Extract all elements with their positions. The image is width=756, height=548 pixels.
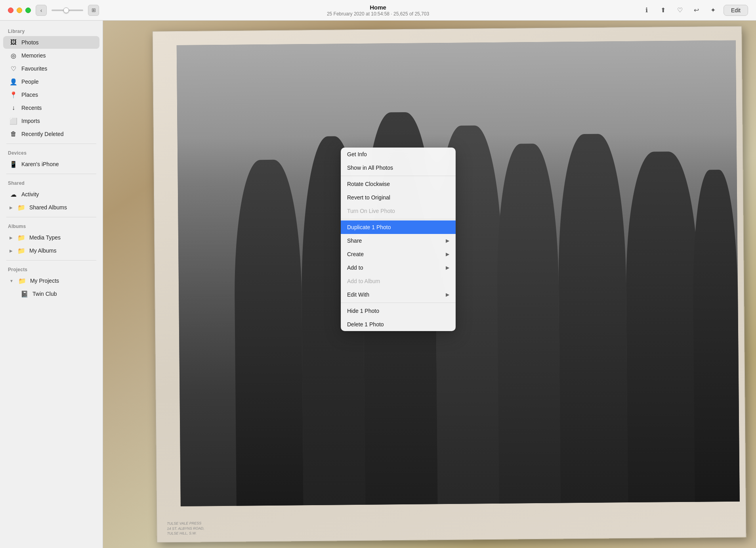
projects-section-label: Projects bbox=[0, 264, 103, 274]
maximize-button[interactable] bbox=[25, 8, 31, 13]
titlebar: ‹ ⊞ Home 25 February 2020 at 10:54:58 · … bbox=[0, 0, 756, 21]
context-menu-sep-3 bbox=[341, 303, 456, 303]
divider-projects bbox=[6, 260, 96, 261]
sidebar-item-karens-iphone[interactable]: 📱 Karen's iPhone bbox=[3, 158, 99, 171]
context-menu-item-add-to[interactable]: Add to ▶ bbox=[341, 261, 456, 274]
sidebar-item-activity[interactable]: ☁ Activity bbox=[3, 188, 99, 201]
recents-icon: ↓ bbox=[10, 104, 17, 112]
context-menu-label-add-to: Add to bbox=[347, 264, 363, 271]
minimize-button[interactable] bbox=[17, 8, 22, 13]
context-menu: Get Info Show in All Photos Rotate Clock… bbox=[341, 148, 456, 331]
context-menu-item-show-in-all-photos[interactable]: Show in All Photos bbox=[341, 161, 456, 174]
media-types-icon: 📁 bbox=[17, 234, 25, 241]
view-mode-button[interactable]: ⊞ bbox=[88, 5, 99, 16]
context-menu-item-hide-1-photo[interactable]: Hide 1 Photo bbox=[341, 304, 456, 318]
magic-wand-button[interactable]: ✦ bbox=[707, 4, 720, 17]
context-menu-item-add-to-album: Add to Album bbox=[341, 274, 456, 288]
sidebar-item-label-activity: Activity bbox=[21, 191, 39, 197]
sidebar-item-memories[interactable]: ◎ Memories bbox=[3, 49, 99, 62]
context-menu-label-hide-1-photo: Hide 1 Photo bbox=[347, 308, 379, 314]
content-area: TULSE VALE PRESS 14 ST. ALBYNS ROAD, TUL… bbox=[103, 21, 756, 548]
sidebar-item-recently-deleted[interactable]: 🗑 Recently Deleted bbox=[3, 128, 99, 140]
share-button[interactable]: ⬆ bbox=[657, 4, 670, 17]
sidebar-item-people[interactable]: 👤 People bbox=[3, 75, 99, 88]
photo-image-area bbox=[177, 40, 740, 506]
sidebar-item-label-twin-club: Twin Club bbox=[32, 291, 57, 297]
sidebar-item-imports[interactable]: ⬜ Imports bbox=[3, 115, 99, 127]
library-section-label: Library bbox=[0, 25, 103, 36]
traffic-lights bbox=[8, 8, 31, 13]
sidebar-item-label-people: People bbox=[21, 79, 39, 85]
my-projects-expand-arrow: ▼ bbox=[10, 279, 13, 283]
sidebar-item-shared-albums[interactable]: ▶ 📁 Shared Albums bbox=[3, 201, 99, 214]
context-menu-item-get-info[interactable]: Get Info bbox=[341, 148, 456, 161]
context-menu-label-turn-on-live-photo: Turn On Live Photo bbox=[347, 208, 395, 214]
context-menu-item-revert-to-original[interactable]: Revert to Original bbox=[341, 191, 456, 204]
rotate-button[interactable]: ↩ bbox=[690, 4, 703, 17]
person-5 bbox=[496, 143, 561, 503]
sidebar-item-label-karens-iphone: Karen's iPhone bbox=[21, 161, 59, 167]
context-menu-item-create[interactable]: Create ▶ bbox=[341, 247, 456, 261]
divider-devices bbox=[6, 144, 96, 144]
media-types-expand-arrow: ▶ bbox=[10, 236, 13, 240]
sidebar-item-twin-club[interactable]: 📓 Twin Club bbox=[3, 287, 99, 300]
share-icon: ⬆ bbox=[661, 6, 666, 14]
context-menu-item-turn-on-live-photo: Turn On Live Photo bbox=[341, 204, 456, 218]
add-to-submenu-arrow: ▶ bbox=[446, 265, 449, 270]
sidebar-item-photos[interactable]: 🖼 Photos bbox=[3, 36, 99, 49]
sidebar-item-places[interactable]: 📍 Places bbox=[3, 88, 99, 101]
iphone-icon: 📱 bbox=[10, 160, 17, 168]
divider-albums bbox=[6, 217, 96, 217]
photos-icon: 🖼 bbox=[10, 38, 17, 46]
sidebar-item-favourites[interactable]: ♡ Favourites bbox=[3, 62, 99, 75]
share-submenu-arrow: ▶ bbox=[446, 238, 449, 243]
shared-albums-expand-arrow: ▶ bbox=[10, 205, 13, 210]
person-1 bbox=[233, 159, 304, 506]
sidebar-item-label-shared-albums: Shared Albums bbox=[29, 204, 67, 211]
person-6 bbox=[557, 134, 628, 503]
sidebar-item-media-types[interactable]: ▶ 📁 Media Types bbox=[3, 231, 99, 244]
window-title: Home bbox=[327, 4, 429, 11]
favourite-button[interactable]: ♡ bbox=[674, 4, 686, 17]
people-icon: 👤 bbox=[10, 78, 17, 86]
context-menu-item-rotate-clockwise[interactable]: Rotate Clockwise bbox=[341, 177, 456, 191]
sidebar: Library 🖼 Photos ◎ Memories ♡ Favourites… bbox=[0, 21, 103, 548]
rotate-icon: ↩ bbox=[694, 6, 699, 14]
context-menu-item-edit-with[interactable]: Edit With ▶ bbox=[341, 288, 456, 301]
zoom-slider-track[interactable] bbox=[52, 10, 83, 11]
context-menu-item-delete-1-photo[interactable]: Delete 1 Photo bbox=[341, 318, 456, 331]
shared-albums-icon: 📁 bbox=[17, 203, 25, 211]
main-layout: Library 🖼 Photos ◎ Memories ♡ Favourites… bbox=[0, 21, 756, 548]
context-menu-label-rotate-clockwise: Rotate Clockwise bbox=[347, 181, 390, 187]
sidebar-item-label-my-albums: My Albums bbox=[29, 247, 56, 254]
context-menu-item-duplicate-1-photo[interactable]: Duplicate 1 Photo bbox=[341, 220, 456, 234]
context-menu-label-show-in-all-photos: Show in All Photos bbox=[347, 165, 393, 171]
my-projects-icon: 📁 bbox=[18, 277, 26, 285]
zoom-slider-thumb[interactable] bbox=[63, 8, 69, 13]
context-menu-sep-2 bbox=[341, 219, 456, 219]
edit-button[interactable]: Edit bbox=[724, 5, 748, 16]
titlebar-left: ‹ ⊞ bbox=[8, 5, 99, 16]
context-menu-label-edit-with: Edit With bbox=[347, 291, 369, 298]
info-button[interactable]: ℹ bbox=[640, 4, 653, 17]
imports-icon: ⬜ bbox=[10, 117, 17, 125]
shared-section-label: Shared bbox=[0, 177, 103, 188]
context-menu-label-add-to-album: Add to Album bbox=[347, 278, 380, 284]
sidebar-item-label-favourites: Favourites bbox=[21, 65, 47, 72]
activity-icon: ☁ bbox=[10, 190, 17, 198]
back-button[interactable]: ‹ bbox=[36, 5, 47, 16]
edit-with-submenu-arrow: ▶ bbox=[446, 292, 449, 297]
devices-section-label: Devices bbox=[0, 147, 103, 157]
create-submenu-arrow: ▶ bbox=[446, 251, 449, 257]
sidebar-item-my-projects[interactable]: ▼ 📁 My Projects bbox=[3, 274, 99, 287]
close-button[interactable] bbox=[8, 8, 13, 13]
context-menu-item-share[interactable]: Share ▶ bbox=[341, 234, 456, 247]
divider-shared bbox=[6, 174, 96, 174]
context-menu-label-delete-1-photo: Delete 1 Photo bbox=[347, 321, 384, 328]
heart-icon: ♡ bbox=[677, 6, 683, 14]
places-icon: 📍 bbox=[10, 91, 17, 99]
sidebar-item-my-albums[interactable]: ▶ 📁 My Albums bbox=[3, 244, 99, 257]
favourites-icon: ♡ bbox=[10, 65, 17, 73]
sidebar-item-recents[interactable]: ↓ Recents bbox=[3, 102, 99, 114]
person-8 bbox=[692, 169, 740, 502]
